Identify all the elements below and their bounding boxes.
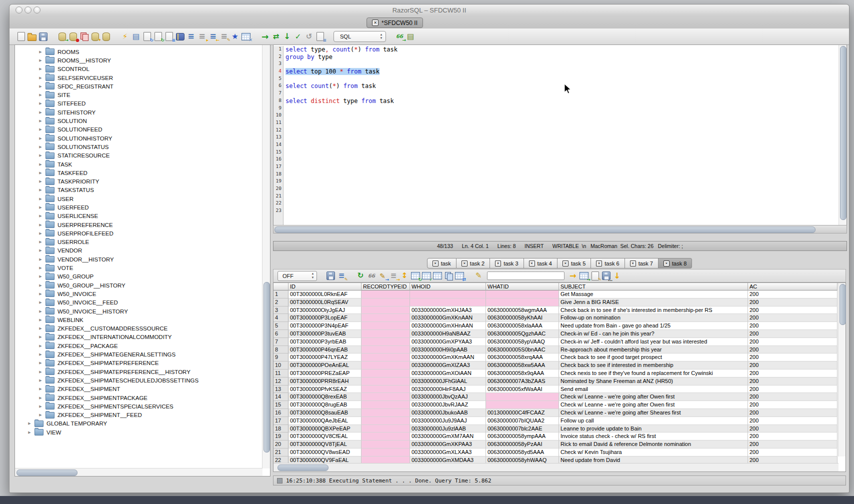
grid-row-number[interactable]: 6 <box>274 330 288 338</box>
close-tab-icon[interactable] <box>372 20 378 26</box>
grid-cell-whatid[interactable]: 006300000058xw5AAA <box>486 362 559 370</box>
expand-triangle-icon[interactable] <box>38 188 43 192</box>
describe-button[interactable]: 66→ <box>394 30 405 43</box>
expand-triangle-icon[interactable] <box>38 145 43 149</box>
tree-item-userfeed[interactable]: USERFEED <box>15 203 262 212</box>
grid-cell-subject[interactable]: Check w/ Kevin Tsujihara <box>559 448 748 456</box>
edit-statement-button[interactable]: ≡✎ <box>218 30 230 43</box>
expand-columns-button[interactable]: ≡→ <box>388 270 399 282</box>
expand-triangle-icon[interactable] <box>38 93 43 97</box>
grid-cell-id[interactable]: 00T3000000POeAnEAL <box>288 362 362 370</box>
grid-vertical-scrollbar[interactable] <box>838 283 846 456</box>
grid-row-number[interactable]: 19 <box>274 432 288 440</box>
grid-header-id[interactable]: ID <box>288 283 362 290</box>
grid-cell-recordtypeid[interactable] <box>362 314 410 322</box>
grid-header-recordtypeid[interactable]: RECORDTYPEID <box>362 283 410 290</box>
expand-triangle-icon[interactable] <box>38 258 43 262</box>
grid-cell-id[interactable]: 00T3000000OiyJgEAJ <box>288 306 362 314</box>
save-results-button[interactable] <box>325 270 336 282</box>
tree-item-userprofilefeed[interactable]: USERPROFILEFEED <box>15 229 262 238</box>
sort-results-button[interactable]: ↕ <box>399 270 410 282</box>
grid-cell-recordtypeid[interactable] <box>362 417 410 425</box>
grid-cell-whoid[interactable]: 0033000000GmXKPAA3 <box>410 440 486 448</box>
grid-cell-whatid[interactable]: 006300000058yPzAAI <box>486 440 559 448</box>
grid-cell-whoid[interactable]: 0033000000Ju9zlAAB <box>410 425 486 433</box>
grid-row-number[interactable]: 10 <box>274 362 288 370</box>
tree-item-selfserviceuser[interactable]: SELFSERVICEUSER <box>15 74 262 82</box>
tree-horizontal-scrollbar[interactable] <box>15 468 262 476</box>
grid-cell-id[interactable]: 00T3000000P47LYEAZ <box>288 354 362 362</box>
grid-cell-whatid[interactable]: 006300000058yd5AAA <box>486 448 559 456</box>
grid-header-rownum[interactable] <box>274 283 288 290</box>
grid-header-ac[interactable]: AC <box>748 283 838 290</box>
grid-cell-recordtypeid[interactable] <box>362 330 410 338</box>
grid-cell-recordtypeid[interactable] <box>362 338 410 346</box>
editor-horizontal-scrollbar-thumb[interactable] <box>274 226 816 233</box>
result-tab-task-4[interactable]: task 4 <box>524 258 558 268</box>
grid-cell-whatid[interactable]: 0013000000C4fFCAAZ <box>486 409 559 417</box>
grid-cell-whoid[interactable]: 0033000000GmXLXAA3 <box>410 448 486 456</box>
grid-cell-id[interactable]: 00T3000000PREZaEAP <box>288 370 362 378</box>
grid-cell-whatid[interactable] <box>486 298 559 306</box>
tree-item-taskfeed[interactable]: TASKFEED <box>15 168 262 177</box>
tree-item-scontrol[interactable]: SCONTROL <box>15 65 262 74</box>
sql-mode-stepper-icon[interactable] <box>378 33 384 40</box>
rollback-button[interactable]: ↺ <box>304 30 314 43</box>
result-tab-task-3[interactable]: task 3 <box>490 258 524 268</box>
tree-vertical-scrollbar-thumb[interactable] <box>264 282 270 452</box>
tree-item-userrole[interactable]: USERROLE <box>15 238 262 246</box>
expand-triangle-icon[interactable] <box>38 206 43 210</box>
result-tab-task[interactable]: task <box>427 258 456 268</box>
expand-triangle-icon[interactable] <box>38 344 43 348</box>
expand-triangle-icon[interactable] <box>38 387 43 391</box>
grid-cell-subject[interactable]: Check-in w/ Jeff - couldn't afford last … <box>559 338 748 346</box>
recycle-document-button[interactable]: ↻ <box>152 30 164 43</box>
open-file-button[interactable] <box>26 30 38 43</box>
grid-cell-id[interactable]: 00T3000000QV8wsEAD <box>288 448 362 456</box>
window-titlebar[interactable]: RazorSQL – SFDCW50 II <box>10 4 849 16</box>
grid-cell-whatid[interactable]: 00630000007blc2AAE <box>486 425 559 433</box>
grid-cell-ac[interactable]: 200 <box>748 432 838 440</box>
quotes-button[interactable]: 66 <box>366 270 377 282</box>
outdent-button[interactable]: ≡← <box>208 30 218 43</box>
grid-cell-subject[interactable]: Check w/ Leanne - we're going after Shea… <box>559 409 748 417</box>
grid-cell-ac[interactable]: 200 <box>748 378 838 386</box>
grid-cell-recordtypeid[interactable] <box>362 401 410 409</box>
grid-cell-whatid[interactable]: 006300000058xrqAAA <box>486 354 559 362</box>
tree-item-taskstatus[interactable]: TASKSTATUS <box>15 186 262 194</box>
grid-cell-recordtypeid[interactable] <box>362 440 410 448</box>
grid-row-number[interactable]: 15 <box>274 401 288 409</box>
tree-item-staticresource[interactable]: STATICRESOURCE <box>15 152 262 160</box>
grid-cell-ac[interactable]: 200 <box>748 314 838 322</box>
expand-triangle-icon[interactable] <box>38 318 43 322</box>
grid-cell-id[interactable]: 00T3000000PfvKSEAZ <box>288 386 362 394</box>
tree-item-w50-invoice-feed[interactable]: W50_INVOICE__FEED <box>15 298 262 307</box>
grid-cell-whoid[interactable]: 0033000000HirF8AAJ <box>410 386 486 394</box>
result-tab-task-2[interactable]: task 2 <box>456 258 490 268</box>
grid-cell-subject[interactable]: Give Jenn a BIG RAISE <box>559 298 748 306</box>
tree-horizontal-scrollbar-thumb[interactable] <box>16 470 78 476</box>
tree-item-site[interactable]: SITE <box>15 90 262 99</box>
copy-document-button[interactable]: ≡ <box>164 30 174 43</box>
expand-triangle-icon[interactable] <box>38 378 43 382</box>
grid-cell-whatid[interactable]: 00630000007A3bZAAS <box>486 378 559 386</box>
execute-all-button[interactable]: ⇄ <box>270 30 282 43</box>
grid-cell-whoid[interactable]: 0033000000JFhGlAAL <box>410 378 486 386</box>
grid-vertical-scrollbar-thumb[interactable] <box>840 284 846 325</box>
grid-cell-recordtypeid[interactable] <box>362 298 410 306</box>
expand-triangle-icon[interactable] <box>38 136 43 140</box>
results-window-button[interactable]: ≡ <box>314 30 326 43</box>
grid-cell-whoid[interactable]: 0033000000GmXM7AAN <box>410 432 486 440</box>
tree-item-solution[interactable]: SOLUTION <box>15 116 262 125</box>
table-editor-button[interactable]: ✕ <box>240 30 252 43</box>
grid-cell-subject[interactable]: Get Massage <box>559 290 748 298</box>
grid-cell-recordtypeid[interactable] <box>362 393 410 401</box>
tab-close-icon[interactable] <box>596 260 602 266</box>
execute-statement-button[interactable]: → <box>260 30 270 43</box>
tree-item-zkfedex-shipment-feed[interactable]: ZKFEDEX__SHIPMENT__FEED <box>15 410 262 419</box>
expand-triangle-icon[interactable] <box>38 396 43 400</box>
grid-row-number[interactable]: 2 <box>274 298 288 306</box>
grid-cell-subject[interactable]: Check back to see if good target prospec… <box>559 354 748 362</box>
export-table-button[interactable]: → <box>578 270 590 282</box>
expand-triangle-icon[interactable] <box>38 352 43 356</box>
